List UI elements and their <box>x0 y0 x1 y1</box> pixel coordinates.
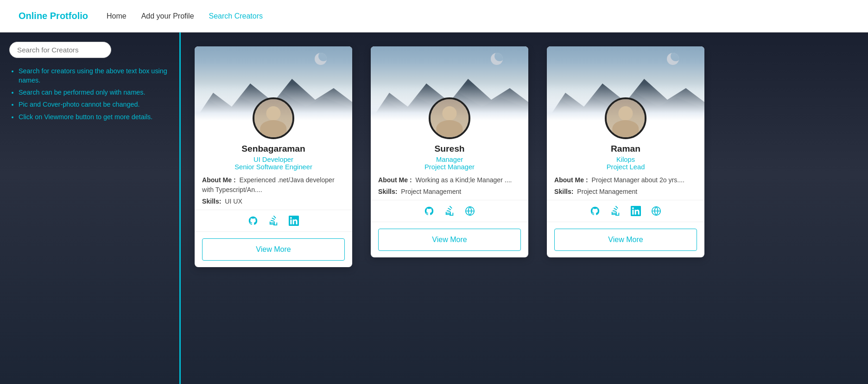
card-skills-1: Skills: UI UX <box>195 198 352 210</box>
card-about-3: About Me : Project Manager about 2o yrs.… <box>547 175 704 185</box>
hint-1: Search for creators using the above text… <box>19 66 170 85</box>
role-2-2: Project Manager <box>371 163 528 171</box>
sidebar: Search for creators using the above text… <box>0 32 181 384</box>
globe-icon-3[interactable] <box>649 204 663 218</box>
view-more-btn-3[interactable]: View More <box>554 229 697 251</box>
avatar-1 <box>253 97 294 139</box>
card-icons-1 <box>195 210 352 232</box>
nav-brand[interactable]: Online Protfolio <box>19 11 88 21</box>
creator-name-1: Senbagaraman <box>195 144 352 154</box>
navbar: Online Protfolio Home Add your Profile S… <box>0 0 868 32</box>
creator-name-2: Suresh <box>371 144 528 154</box>
role-3-1: Kilops <box>547 156 704 163</box>
card-icons-3 <box>547 200 704 222</box>
skills-label-1: Skills: <box>202 198 221 205</box>
card-about-2: About Me : Working as a Kind;le Manager … <box>371 175 528 185</box>
stackoverflow-icon-1[interactable] <box>266 214 280 228</box>
about-text-2: Working as a Kind;le Manager .... <box>416 176 512 184</box>
moon-icon-1 <box>315 53 327 65</box>
skills-label-3: Skills: <box>554 188 573 195</box>
card-avatar-wrap-3 <box>547 97 704 139</box>
card-icons-2 <box>371 200 528 222</box>
hint-2: Search can be performed only with names. <box>19 88 170 97</box>
about-label-3: About Me : <box>554 176 588 184</box>
creator-name-3: Raman <box>547 144 704 154</box>
linkedin-icon-3[interactable] <box>629 204 643 218</box>
avatar-3 <box>605 97 646 139</box>
skills-text-1: UI UX <box>225 198 242 205</box>
card-avatar-wrap-1 <box>195 97 352 139</box>
skills-text-2: Project Management <box>401 188 461 195</box>
hint-4: Click on Viewmore button to get more det… <box>19 112 170 122</box>
role-1-1: UI Developer <box>195 156 352 163</box>
skills-text-3: Project Management <box>577 188 637 195</box>
nav-add-profile[interactable]: Add your Profile <box>141 12 194 20</box>
card-about-1: About Me : Experienced .net/Java develop… <box>195 175 352 195</box>
search-input[interactable] <box>9 42 111 58</box>
avatar-person-3 <box>607 99 645 137</box>
card-skills-3: Skills: Project Management <box>547 188 704 200</box>
globe-icon-2[interactable] <box>463 204 477 218</box>
creator-card-2: Suresh Manager Project Manager About Me … <box>371 46 528 257</box>
moon-icon-2 <box>491 53 503 65</box>
role-1-2: Senior Software Engineer <box>195 163 352 171</box>
nav-search-creators[interactable]: Search Creators <box>209 12 263 20</box>
about-label-1: About Me : <box>202 176 236 184</box>
card-roles-1: UI Developer Senior Software Engineer <box>195 156 352 171</box>
cards-area: Senbagaraman UI Developer Senior Softwar… <box>181 32 868 384</box>
github-icon-3[interactable] <box>588 204 602 218</box>
avatar-person-2 <box>431 99 469 137</box>
avatar-2 <box>429 97 470 139</box>
moon-icon-3 <box>667 53 679 65</box>
about-text-3: Project Manager about 2o yrs.... <box>592 176 684 184</box>
nav-home[interactable]: Home <box>107 12 127 20</box>
view-more-btn-1[interactable]: View More <box>202 238 345 261</box>
creator-card-1: Senbagaraman UI Developer Senior Softwar… <box>195 46 352 267</box>
card-avatar-wrap-2 <box>371 97 528 139</box>
stackoverflow-icon-2[interactable] <box>443 204 456 218</box>
creator-card-3: Raman Kilops Project Lead About Me : Pro… <box>547 46 704 257</box>
role-2-1: Manager <box>371 156 528 163</box>
main-container: Search for creators using the above text… <box>0 32 868 384</box>
card-roles-2: Manager Project Manager <box>371 156 528 171</box>
hint-3: Pic and Cover-photo cannot be changed. <box>19 100 170 109</box>
card-roles-3: Kilops Project Lead <box>547 156 704 171</box>
skills-label-2: Skills: <box>378 188 397 195</box>
linkedin-icon-1[interactable] <box>287 214 301 228</box>
github-icon-2[interactable] <box>422 204 436 218</box>
about-label-2: About Me : <box>378 176 412 184</box>
stackoverflow-icon-3[interactable] <box>608 204 622 218</box>
github-icon-1[interactable] <box>246 214 260 228</box>
role-3-2: Project Lead <box>547 163 704 171</box>
view-more-btn-2[interactable]: View More <box>378 229 521 251</box>
search-hints: Search for creators using the above text… <box>9 66 170 122</box>
card-skills-2: Skills: Project Management <box>371 188 528 200</box>
avatar-person-1 <box>254 99 292 137</box>
nav-links: Home Add your Profile Search Creators <box>107 12 263 20</box>
